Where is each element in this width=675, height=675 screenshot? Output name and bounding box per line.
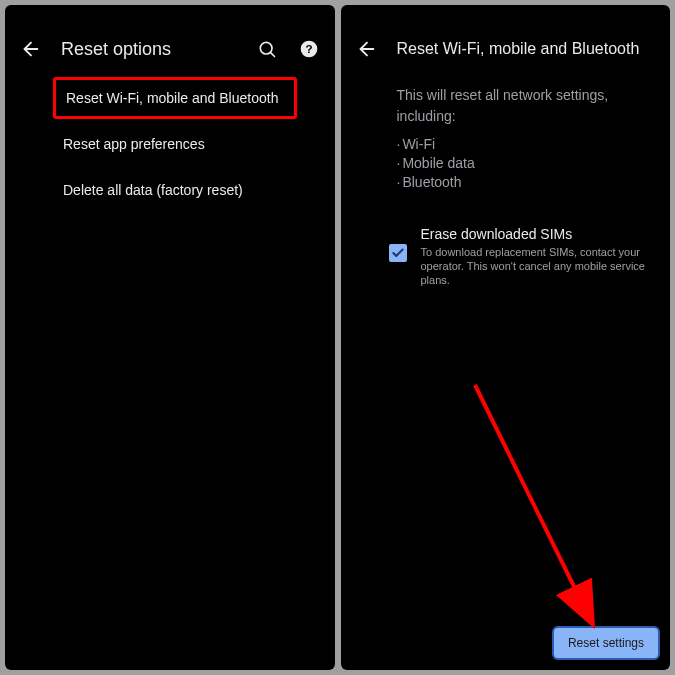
list-item-label: Delete all data (factory reset) [63, 182, 243, 198]
bullet-list: Wi-Fi Mobile data Bluetooth [341, 131, 671, 196]
list-item-factory-reset[interactable]: Delete all data (factory reset) [5, 167, 335, 213]
header: Reset options ? [5, 5, 335, 75]
svg-point-1 [260, 42, 272, 54]
intro-text: This will reset all network settings, in… [341, 75, 671, 131]
button-label: Reset settings [568, 636, 644, 650]
page-title: Reset options [61, 39, 171, 60]
bullet-item: Mobile data [397, 154, 653, 173]
back-arrow-icon[interactable] [19, 37, 43, 61]
svg-text:?: ? [305, 42, 312, 55]
erase-sims-text: Erase downloaded SIMs To download replac… [421, 226, 653, 288]
search-icon[interactable] [255, 37, 279, 61]
list-item-label: Reset app preferences [63, 136, 205, 152]
checkbox-title: Erase downloaded SIMs [421, 226, 653, 242]
erase-sims-checkbox[interactable] [389, 244, 407, 262]
reset-settings-button[interactable]: Reset settings [554, 628, 658, 658]
screen-reset-options: Reset options ? Reset Wi-Fi, mobile and … [5, 5, 335, 670]
header: Reset Wi-Fi, mobile and Bluetooth [341, 5, 671, 75]
list-item-reset-app-prefs[interactable]: Reset app preferences [5, 121, 335, 167]
bullet-item: Bluetooth [397, 173, 653, 192]
svg-line-2 [270, 53, 274, 57]
screen-reset-network-confirm: Reset Wi-Fi, mobile and Bluetooth This w… [341, 5, 671, 670]
list-item-reset-network[interactable]: Reset Wi-Fi, mobile and Bluetooth [53, 77, 297, 119]
checkbox-subtitle: To download replacement SIMs, contact yo… [421, 245, 653, 288]
page-title: Reset Wi-Fi, mobile and Bluetooth [397, 40, 640, 58]
help-icon[interactable]: ? [297, 37, 321, 61]
bullet-item: Wi-Fi [397, 135, 653, 154]
erase-sims-row: Erase downloaded SIMs To download replac… [341, 196, 671, 298]
list-item-label: Reset Wi-Fi, mobile and Bluetooth [66, 90, 278, 106]
back-arrow-icon[interactable] [355, 37, 379, 61]
